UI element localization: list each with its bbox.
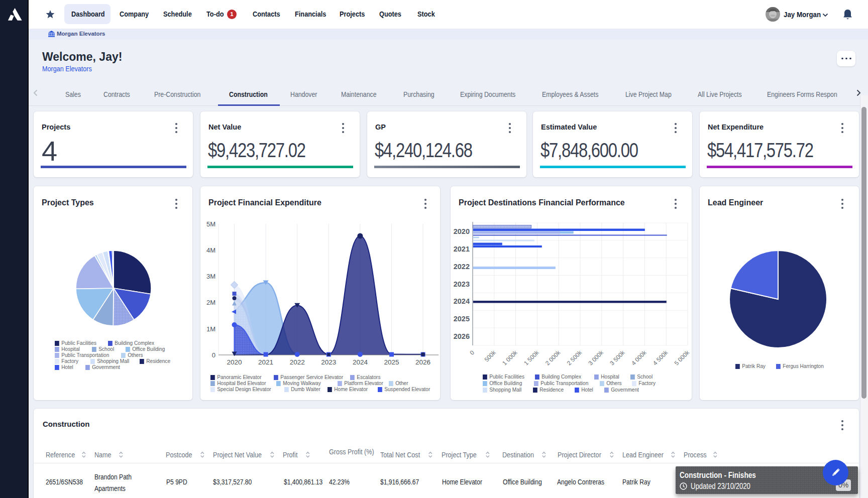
svg-text:5M: 5M (206, 220, 215, 228)
svg-text:5 000k: 5 000k (673, 349, 691, 367)
svg-text:2024: 2024 (353, 358, 368, 366)
svg-text:2026: 2026 (415, 358, 430, 366)
svg-text:500k: 500k (483, 349, 498, 363)
svg-text:4 000k: 4 000k (630, 349, 648, 367)
svg-text:0: 0 (468, 349, 476, 356)
svg-text:1M: 1M (206, 325, 215, 333)
svg-text:2022: 2022 (454, 263, 470, 271)
svg-text:2020: 2020 (454, 227, 470, 235)
svg-text:2022: 2022 (290, 358, 305, 366)
svg-text:4 500k: 4 500k (652, 349, 670, 367)
svg-text:0: 0 (212, 351, 215, 359)
svg-text:2023: 2023 (454, 280, 470, 288)
svg-text:2024: 2024 (454, 297, 470, 305)
svg-text:2021: 2021 (258, 358, 273, 366)
svg-text:2 500k: 2 500k (566, 349, 584, 367)
svg-text:4M: 4M (206, 246, 215, 254)
svg-text:3 500k: 3 500k (608, 349, 626, 367)
svg-text:1 000k: 1 000k (501, 349, 519, 367)
svg-text:2 000k: 2 000k (544, 349, 562, 367)
svg-text:3M: 3M (206, 273, 215, 280)
svg-text:2025: 2025 (384, 358, 399, 366)
svg-text:2023: 2023 (321, 358, 336, 366)
svg-text:2026: 2026 (454, 332, 470, 340)
svg-text:1 500k: 1 500k (522, 349, 540, 367)
svg-text:2020: 2020 (227, 358, 242, 366)
svg-text:2025: 2025 (454, 315, 470, 323)
svg-text:2M: 2M (206, 299, 215, 306)
svg-text:2021: 2021 (454, 245, 470, 253)
svg-text:3 000k: 3 000k (587, 349, 605, 367)
